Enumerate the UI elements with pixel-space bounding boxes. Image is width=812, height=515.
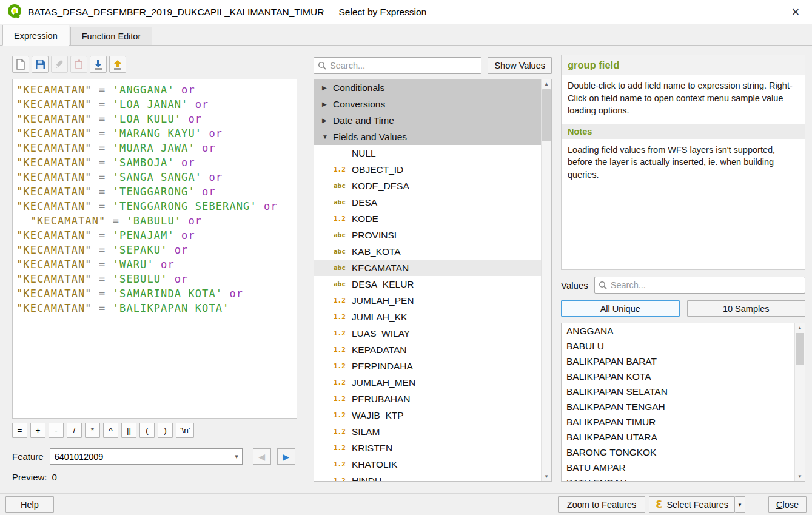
tree-scrollbar[interactable]: ▲ ▼ xyxy=(541,79,551,481)
value-item[interactable]: BATU ENGAU xyxy=(562,475,794,482)
tree-item-null[interactable]: NULL xyxy=(314,145,541,161)
operator-button[interactable]: ( xyxy=(139,423,155,438)
scroll-down-icon[interactable]: ▼ xyxy=(795,472,805,481)
value-item[interactable]: ANGGANA xyxy=(562,323,794,338)
trash-icon xyxy=(75,59,83,69)
select-features-dropdown-button[interactable]: ▾ xyxy=(735,496,745,513)
operator-button[interactable]: * xyxy=(85,423,100,438)
chevron-right-icon[interactable]: ▶ xyxy=(322,84,333,91)
expression-line: "KECAMATAN" = 'BABULU' or xyxy=(16,214,293,228)
operator-button[interactable]: || xyxy=(121,423,136,438)
select-features-button[interactable]: Ɛ Select Features xyxy=(649,496,735,513)
operator-button[interactable]: ) xyxy=(158,423,173,438)
operator-button[interactable]: - xyxy=(49,423,64,438)
chevron-right-icon[interactable]: ▶ xyxy=(322,117,333,124)
tree-group-fields-and-values[interactable]: ▼Fields and Values xyxy=(314,129,541,145)
expression-editor[interactable]: "KECAMATAN" = 'ANGGANA' or"KECAMATAN" = … xyxy=(12,79,297,419)
help-button[interactable]: Help xyxy=(5,496,54,513)
tree-item-kab-kota[interactable]: abcKAB_KOTA xyxy=(314,243,541,260)
value-item[interactable]: BALIKPAPAN TENGAH xyxy=(562,399,794,414)
ten-samples-button[interactable]: 10 Samples xyxy=(687,300,806,317)
tree-item-label: PROVINSI xyxy=(352,230,397,241)
operator-button[interactable]: '\n' xyxy=(176,423,194,438)
numeric-field-icon: 1.2 xyxy=(334,215,352,223)
next-feature-button[interactable]: ▶ xyxy=(277,448,295,465)
values-scrollbar-thumb[interactable] xyxy=(796,333,804,365)
tree-group-conversions[interactable]: ▶Conversions xyxy=(314,96,541,112)
tree-item-jumlah-men[interactable]: 1.2JUMLAH_MEN xyxy=(314,374,541,391)
operator-button[interactable]: / xyxy=(67,423,82,438)
tree-item-label: PERUBAHAN xyxy=(352,394,410,405)
tree-item-provinsi[interactable]: abcPROVINSI xyxy=(314,227,541,243)
tree-item-kepadatan[interactable]: 1.2KEPADATAN xyxy=(314,342,541,358)
values-search-input[interactable] xyxy=(611,280,801,290)
tree-item-desa-kelur[interactable]: abcDESA_KELUR xyxy=(314,276,541,292)
function-search-box[interactable] xyxy=(314,57,481,74)
all-unique-button[interactable]: All Unique xyxy=(561,300,680,317)
value-item[interactable]: BALIKPAPAN BARAT xyxy=(562,354,794,369)
feature-combobox[interactable]: ▾ xyxy=(50,448,243,465)
tree-item-kecamatan[interactable]: abcKECAMATAN xyxy=(314,260,541,276)
operator-button[interactable]: ^ xyxy=(103,423,118,438)
value-item[interactable]: BALIKPAPAN TIMUR xyxy=(562,414,794,429)
help-title: group field xyxy=(562,55,805,75)
tree-group-date-and-time[interactable]: ▶Date and Time xyxy=(314,112,541,129)
search-icon xyxy=(318,61,326,70)
chevron-right-icon[interactable]: ▶ xyxy=(322,101,333,107)
tab-expression[interactable]: Expression xyxy=(2,25,69,46)
values-search-box[interactable] xyxy=(594,277,805,294)
numeric-field-icon: 1.2 xyxy=(334,362,352,370)
zoom-to-features-button[interactable]: Zoom to Features xyxy=(558,496,645,513)
function-search-input[interactable] xyxy=(330,61,477,70)
value-item[interactable]: BALIKPAPAN KOTA xyxy=(562,369,794,384)
tree-item-hindu[interactable]: 1.2HINDU xyxy=(314,473,541,482)
tree-item-silam[interactable]: 1.2SILAM xyxy=(314,423,541,440)
tab-function-editor[interactable]: Function Editor xyxy=(70,27,153,45)
tree-scrollbar-thumb[interactable] xyxy=(542,89,551,141)
show-values-button[interactable]: Show Values xyxy=(488,57,552,74)
operator-button[interactable]: = xyxy=(12,423,27,438)
save-expression-button[interactable] xyxy=(32,56,49,73)
tree-group-conditionals[interactable]: ▶Conditionals xyxy=(314,79,541,96)
export-arrow-up-icon xyxy=(113,59,122,70)
previous-feature-button[interactable]: ◀ xyxy=(253,448,271,465)
tree-item-luas-wilay[interactable]: 1.2LUAS_WILAY xyxy=(314,325,541,342)
tree-item-kode-desa[interactable]: abcKODE_DESA xyxy=(314,178,541,194)
new-expression-button[interactable] xyxy=(12,56,29,73)
feature-value-input[interactable] xyxy=(55,452,218,462)
value-item[interactable]: BATU AMPAR xyxy=(562,460,794,475)
values-scrollbar[interactable]: ▲ ▼ xyxy=(794,323,805,481)
scroll-up-icon[interactable]: ▲ xyxy=(542,79,551,89)
feature-row: Feature ▾ ◀ ▶ xyxy=(12,448,295,465)
select-features-group: Ɛ Select Features ▾ xyxy=(649,496,745,513)
expression-line: "KECAMATAN" = 'SEPAKU' or xyxy=(16,243,293,257)
preview-row: Preview: 0 xyxy=(12,472,57,482)
scroll-up-icon[interactable]: ▲ xyxy=(795,323,805,332)
tree-item-khatolik[interactable]: 1.2KHATOLIK xyxy=(314,456,541,473)
expression-line: "KECAMATAN" = 'SANGA SANGA' or xyxy=(16,170,293,184)
close-icon[interactable]: × xyxy=(787,3,805,21)
tree-item-kristen[interactable]: 1.2KRISTEN xyxy=(314,440,541,456)
tree-item-jumlah-kk[interactable]: 1.2JUMLAH_KK xyxy=(314,309,541,325)
import-expression-button[interactable] xyxy=(90,56,107,73)
scroll-down-icon[interactable]: ▼ xyxy=(542,472,551,481)
tree-item-perubahan[interactable]: 1.2PERUBAHAN xyxy=(314,391,541,407)
close-button[interactable]: Close xyxy=(768,496,807,513)
export-expression-button[interactable] xyxy=(109,56,126,73)
tree-item-wajib-ktp[interactable]: 1.2WAJIB_KTP xyxy=(314,407,541,423)
tree-item-jumlah-pen[interactable]: 1.2JUMLAH_PEN xyxy=(314,292,541,309)
tree-item-perpindaha[interactable]: 1.2PERPINDAHA xyxy=(314,358,541,374)
function-tree-panel: ▶Conditionals▶Conversions▶Date and Time▼… xyxy=(314,79,552,482)
tree-item-object-id[interactable]: 1.2OBJECT_ID xyxy=(314,161,541,178)
tree-item-kode[interactable]: 1.2KODE xyxy=(314,210,541,227)
edit-expression-button[interactable] xyxy=(51,56,68,73)
chevron-down-icon[interactable]: ▾ xyxy=(235,453,238,460)
value-item[interactable]: BALIKPAPAN UTARA xyxy=(562,429,794,445)
value-item[interactable]: BALIKPAPAN SELATAN xyxy=(562,384,794,399)
value-item[interactable]: BABULU xyxy=(562,338,794,354)
chevron-down-icon[interactable]: ▼ xyxy=(322,133,333,140)
value-item[interactable]: BARONG TONGKOK xyxy=(562,445,794,460)
delete-expression-button[interactable] xyxy=(70,56,87,73)
operator-button[interactable]: + xyxy=(30,423,45,438)
tree-item-desa[interactable]: abcDESA xyxy=(314,194,541,210)
